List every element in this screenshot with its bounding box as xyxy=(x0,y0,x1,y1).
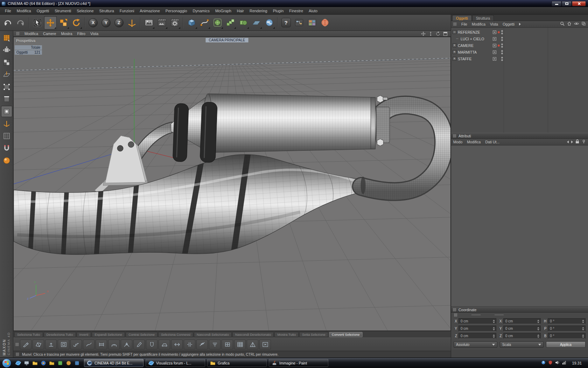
visibility-dots[interactable] xyxy=(501,30,503,34)
visibility-dots[interactable] xyxy=(501,37,503,41)
setta-selezione-button[interactable]: Setta Selezione xyxy=(299,332,328,337)
sky-icon[interactable] xyxy=(263,16,275,29)
drag-grip-icon[interactable] xyxy=(453,22,457,26)
show-desktop-icon[interactable] xyxy=(23,360,30,367)
triangulate-icon[interactable] xyxy=(247,340,258,349)
content-browser-icon[interactable] xyxy=(306,16,318,29)
smooth-shift-icon[interactable] xyxy=(83,340,94,349)
disconnect-icon[interactable] xyxy=(196,340,208,349)
viewport-pan-icon[interactable] xyxy=(421,32,426,36)
lock-z-icon[interactable]: Z xyxy=(113,16,125,29)
render-settings-icon[interactable] xyxy=(168,16,181,29)
menu-overflow-icon[interactable] xyxy=(519,23,521,26)
app-amber-icon[interactable] xyxy=(65,360,72,367)
vp-menu-modifica[interactable]: Modifica xyxy=(24,32,38,36)
axis-mode-icon[interactable] xyxy=(1,118,12,129)
close-button[interactable] xyxy=(572,1,586,6)
deseleziona-tutto-button[interactable]: Deseleziona Tutto xyxy=(44,332,76,337)
expand-toggle-icon[interactable]: + xyxy=(453,57,456,61)
menu-file[interactable]: File xyxy=(2,8,14,14)
eye-icon[interactable] xyxy=(574,21,579,27)
viewport-maximize-icon[interactable] xyxy=(443,32,448,36)
spinner-icon[interactable] xyxy=(493,327,495,330)
brush-icon[interactable] xyxy=(133,340,145,349)
search-icon[interactable] xyxy=(560,21,565,27)
media-player-icon[interactable] xyxy=(40,360,47,367)
model-mode-icon[interactable] xyxy=(1,45,12,56)
size-y-field[interactable]: 0 cm xyxy=(503,326,541,332)
visibility-dots[interactable] xyxy=(501,50,503,54)
vp-menu-filtro[interactable]: Filtro xyxy=(77,32,85,36)
start-button[interactable] xyxy=(2,359,11,368)
spinner-icon[interactable] xyxy=(493,320,495,323)
attr-menu-modo[interactable]: Modo xyxy=(453,140,462,144)
inner-extrude-icon[interactable] xyxy=(58,340,69,349)
spinner-icon[interactable] xyxy=(582,320,584,323)
scale-tool-icon[interactable] xyxy=(57,16,70,29)
taskbar-button-paint[interactable]: Immagine - Paint xyxy=(269,359,328,367)
polygons-mode-icon[interactable] xyxy=(1,106,12,117)
rot-h-field[interactable]: 0 ° xyxy=(548,318,586,324)
drag-grip-icon[interactable] xyxy=(453,308,456,312)
layer-marker[interactable] xyxy=(498,31,500,33)
array-icon[interactable] xyxy=(224,16,237,29)
object-label[interactable]: MARMITTA xyxy=(458,50,491,54)
attributes-header[interactable]: Attributi xyxy=(451,133,588,139)
pos-y-field[interactable]: 0 cm xyxy=(458,326,496,332)
xpresso-icon[interactable] xyxy=(293,16,305,29)
nascondi-deselezionato-button[interactable]: Nascondi Deselezionato xyxy=(232,332,274,337)
drag-grip-icon[interactable] xyxy=(453,134,456,138)
app-green-icon[interactable] xyxy=(57,360,64,367)
layer-icon[interactable] xyxy=(581,21,586,27)
om-menu-modifica[interactable]: Modifica xyxy=(472,22,485,26)
network-tray-icon[interactable] xyxy=(562,360,567,366)
coordinate-system-icon[interactable] xyxy=(126,16,138,29)
viewport-3d-scene[interactable] xyxy=(14,37,450,330)
attr-menu-modifica[interactable]: Modifica xyxy=(467,140,481,144)
om-menu-oggetti[interactable]: Oggetti xyxy=(503,22,514,26)
tab-struttura[interactable]: Struttura xyxy=(472,15,494,21)
menu-hair[interactable]: Hair xyxy=(234,8,247,14)
menu-strumenti[interactable]: Strumenti xyxy=(52,8,74,14)
menu-funzioni[interactable]: Funzioni xyxy=(117,8,137,14)
contrai-selezione-button[interactable]: Contrai Selezione xyxy=(126,332,158,337)
vp-menu-camere[interactable]: Camere xyxy=(43,32,56,36)
update-tray-icon[interactable] xyxy=(541,360,546,366)
layer-marker[interactable] xyxy=(498,45,500,47)
menu-finestre[interactable]: Finestre xyxy=(286,8,306,14)
stitch-and-sew-icon[interactable] xyxy=(108,340,120,349)
maximize-button[interactable] xyxy=(562,1,572,6)
matrix-extrude-icon[interactable] xyxy=(70,340,82,349)
redo-icon[interactable] xyxy=(14,16,27,29)
menu-selezione[interactable]: Selezione xyxy=(74,8,96,14)
history-back-icon[interactable] xyxy=(567,141,569,143)
spinner-icon[interactable] xyxy=(537,334,540,338)
drag-grip-icon[interactable] xyxy=(16,32,20,35)
undo-icon[interactable] xyxy=(1,16,14,29)
taskbar-clock[interactable]: 19.31 xyxy=(569,361,584,365)
rot-b-field[interactable]: 0 ° xyxy=(548,333,586,339)
attr-menu-dati-utente[interactable]: Dati Ut... xyxy=(485,140,499,144)
vp-menu-vista[interactable]: Vista xyxy=(90,32,98,36)
spline-pen-icon[interactable] xyxy=(198,16,211,29)
menu-personaggio[interactable]: Personaggio xyxy=(163,8,190,14)
weld-icon[interactable] xyxy=(121,340,132,349)
seleziona-tutto-button[interactable]: Seleziona Tutto xyxy=(14,332,43,337)
object-label[interactable]: CAMERE xyxy=(458,43,491,48)
expand-toggle-icon[interactable]: + xyxy=(453,43,456,47)
coordinates-header[interactable]: Coordinate xyxy=(451,307,588,313)
seleziona-connessi-button[interactable]: Seleziona Connessi xyxy=(158,332,193,337)
pos-x-field[interactable]: 0 cm xyxy=(458,318,496,324)
spinner-icon[interactable] xyxy=(537,327,540,330)
menu-aiuto[interactable]: Aiuto xyxy=(306,8,320,14)
optimize-icon[interactable] xyxy=(222,340,233,349)
add-cube-icon[interactable] xyxy=(185,16,198,29)
subdivide-icon[interactable] xyxy=(234,340,246,349)
volume-tray-icon[interactable] xyxy=(555,360,560,366)
taskbar-button-cinema4d[interactable]: CINEMA 4D (64 Bit E... xyxy=(84,359,144,367)
view-label[interactable]: Prospettiva xyxy=(16,39,35,43)
rotate-tool-icon[interactable] xyxy=(70,16,83,29)
magnet-icon[interactable] xyxy=(146,340,158,349)
extrude-icon[interactable] xyxy=(45,340,57,349)
security-tray-icon[interactable] xyxy=(548,360,553,366)
